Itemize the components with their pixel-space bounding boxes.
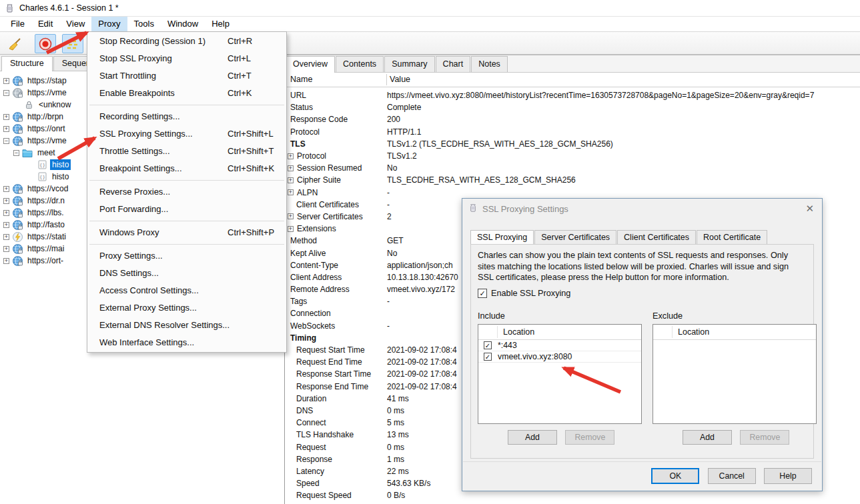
include-add-button[interactable]: Add: [508, 430, 557, 445]
tree-item-label[interactable]: https://stap: [25, 75, 69, 86]
tree-item-label[interactable]: https://lbs.: [25, 207, 66, 218]
column-divider[interactable]: [386, 74, 387, 85]
expand-icon[interactable]: +: [3, 186, 9, 192]
expand-icon[interactable]: +: [3, 126, 9, 132]
overview-row-response-speed[interactable]: Response Speed10.08 MB/s: [285, 501, 860, 504]
menu-item-enable-breakpoints[interactable]: Enable BreakpointsCtrl+K: [87, 85, 286, 102]
cancel-button[interactable]: Cancel: [708, 468, 756, 484]
tree-item-label[interactable]: meet: [35, 147, 57, 158]
menubar-item-tools[interactable]: Tools: [127, 17, 161, 31]
overview-row-alpn[interactable]: +ALPN-: [285, 187, 860, 199]
tab-ssl-proxying[interactable]: SSL Proxying: [470, 230, 534, 245]
overview-row-protocol[interactable]: +ProtocolTLSv1.2: [285, 150, 860, 162]
tab-chart[interactable]: Chart: [436, 56, 471, 72]
help-button[interactable]: Help: [764, 468, 812, 484]
menu-item-web-interface-settings[interactable]: Web Interface Settings...: [87, 334, 286, 351]
tab-structure[interactable]: Structure: [1, 56, 53, 71]
exclude-remove-button[interactable]: Remove: [740, 430, 789, 445]
menu-item-proxy-settings[interactable]: Proxy Settings...: [87, 247, 286, 265]
menu-item-port-forwarding[interactable]: Port Forwarding...: [87, 201, 286, 218]
overview-row-response-code[interactable]: Response Code200: [285, 113, 860, 125]
tab-client-certificates[interactable]: Client Certificates: [617, 230, 696, 245]
tab-summary[interactable]: Summary: [384, 56, 434, 72]
menu-item-access-control-settings[interactable]: Access Control Settings...: [87, 282, 286, 299]
expand-icon[interactable]: +: [3, 114, 9, 120]
location-row-vmeet-vivo-xyz-8080[interactable]: ✓vmeet.vivo.xyz:8080: [478, 351, 641, 363]
overview-row-session-resumed[interactable]: +Session ResumedNo: [285, 162, 860, 174]
close-icon[interactable]: ✕: [805, 203, 814, 215]
column-header-name[interactable]: Name: [290, 75, 312, 84]
tree-item-label[interactable]: https://vme: [25, 87, 69, 98]
tree-item-label[interactable]: http://brpn: [25, 111, 65, 122]
menu-item-windows-proxy[interactable]: Windows ProxyCtrl+Shift+P: [87, 224, 286, 241]
expand-icon[interactable]: +: [288, 165, 294, 171]
expand-icon[interactable]: +: [288, 177, 294, 183]
collapse-icon[interactable]: −: [3, 138, 9, 144]
enable-ssl-proxying-checkbox[interactable]: ✓ Enable SSL Proxying: [478, 289, 570, 298]
collapse-icon[interactable]: −: [13, 150, 19, 156]
tab-contents[interactable]: Contents: [336, 56, 384, 72]
tree-item-label[interactable]: https://vcod: [25, 183, 70, 194]
throttle-icon[interactable]: [62, 34, 83, 53]
expand-icon[interactable]: +: [3, 258, 9, 264]
location-row-443[interactable]: ✓*:443: [478, 340, 641, 351]
tree-item-label[interactable]: http://fasto: [25, 219, 67, 230]
overview-row-protocol[interactable]: ProtocolHTTP/1.1: [285, 126, 860, 138]
broom-icon[interactable]: [4, 34, 25, 53]
tree-item-label[interactable]: https://stati: [25, 231, 68, 242]
tree-item-label[interactable]: https://mai: [25, 243, 66, 254]
expand-icon[interactable]: +: [3, 222, 9, 228]
menubar-item-file[interactable]: File: [4, 17, 31, 31]
menubar-item-edit[interactable]: Edit: [31, 17, 59, 31]
expand-icon[interactable]: +: [3, 78, 9, 84]
tree-item-label[interactable]: <unknow: [37, 99, 73, 110]
overview-row-status[interactable]: StatusComplete: [285, 101, 860, 113]
menu-item-breakpoint-settings[interactable]: Breakpoint Settings...Ctrl+Shift+K: [87, 160, 286, 177]
tree-item-label[interactable]: histo: [50, 159, 71, 170]
expand-icon[interactable]: +: [3, 210, 9, 216]
checkbox-icon[interactable]: ✓: [484, 353, 492, 361]
column-header-value[interactable]: Value: [390, 75, 410, 84]
menu-item-throttle-settings[interactable]: Throttle Settings...Ctrl+Shift+T: [87, 143, 286, 160]
tree-item-label[interactable]: histo: [50, 171, 71, 182]
menu-item-dns-settings[interactable]: DNS Settings...: [87, 265, 286, 282]
expand-icon[interactable]: +: [288, 189, 294, 195]
menu-item-stop-ssl-proxying[interactable]: Stop SSL ProxyingCtrl+L: [87, 50, 286, 67]
checkbox-icon[interactable]: ✓: [484, 341, 492, 349]
expand-icon[interactable]: +: [288, 213, 294, 219]
expand-icon[interactable]: +: [288, 153, 294, 159]
tree-item-label[interactable]: https://ort-: [25, 255, 65, 266]
tree-item-label[interactable]: https://onrt: [25, 123, 67, 134]
tree-item-label[interactable]: https://dr.n: [25, 195, 67, 206]
overview-row-tls[interactable]: TLSTLSv1.2 (TLS_ECDHE_RSA_WITH_AES_128_G…: [285, 138, 860, 150]
tab-overview[interactable]: Overview: [286, 56, 335, 73]
overview-row-url[interactable]: URLhttps://vmeet.vivo.xyz:8080/meet/hist…: [285, 89, 860, 101]
ok-button[interactable]: OK: [651, 468, 699, 484]
expand-icon[interactable]: +: [3, 246, 9, 252]
menu-item-external-dns-resolver-settings[interactable]: External DNS Resolver Settings...: [87, 317, 286, 334]
menu-item-external-proxy-settings[interactable]: External Proxy Settings...: [87, 299, 286, 317]
menu-item-ssl-proxying-settings[interactable]: SSL Proxying Settings...Ctrl+Shift+L: [87, 125, 286, 143]
expand-icon[interactable]: +: [288, 226, 294, 232]
exclude-list[interactable]: Location: [653, 324, 817, 424]
menu-item-reverse-proxies[interactable]: Reverse Proxies...: [87, 183, 286, 201]
checkbox-icon[interactable]: ✓: [478, 289, 487, 298]
tab-server-certificates[interactable]: Server Certificates: [534, 230, 616, 245]
menu-item-start-throttling[interactable]: Start ThrottlingCtrl+T: [87, 67, 286, 85]
include-remove-button[interactable]: Remove: [565, 430, 614, 445]
expand-icon[interactable]: +: [3, 198, 9, 204]
tree-item-label[interactable]: https://vme: [25, 135, 69, 146]
menubar-item-window[interactable]: Window: [161, 17, 205, 31]
menubar-item-proxy[interactable]: Proxy: [91, 17, 127, 31]
overview-row-cipher-suite[interactable]: +Cipher SuiteTLS_ECDHE_RSA_WITH_AES_128_…: [285, 174, 860, 186]
menubar-item-view[interactable]: View: [59, 17, 91, 31]
include-list[interactable]: Location ✓*:443✓vmeet.vivo.xyz:8080: [478, 324, 642, 424]
exclude-add-button[interactable]: Add: [683, 430, 732, 445]
collapse-icon[interactable]: −: [3, 90, 9, 96]
menu-item-recording-settings[interactable]: Recording Settings...: [87, 108, 286, 125]
record-icon[interactable]: [35, 34, 56, 53]
tab-root-certificate[interactable]: Root Certificate: [697, 230, 767, 245]
expand-icon[interactable]: +: [3, 234, 9, 240]
menubar-item-help[interactable]: Help: [205, 17, 236, 31]
dialog-titlebar[interactable]: SSL Proxying Settings ✕: [462, 199, 822, 219]
